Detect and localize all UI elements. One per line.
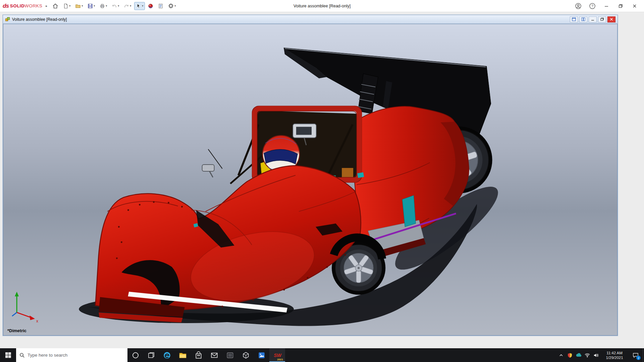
tile-window-icon: [581, 17, 585, 21]
store-icon: [195, 351, 203, 359]
show-desktop-button[interactable]: [643, 348, 644, 362]
solidworks-year-badge: 2021: [277, 358, 283, 361]
dropdown-caret-icon[interactable]: ▾: [94, 5, 95, 7]
photos-icon: [258, 351, 266, 359]
minimize-icon: [604, 4, 609, 8]
taskbar-app-mail[interactable]: [206, 348, 222, 362]
taskbar-app-solidworks[interactable]: SW 2021: [269, 348, 285, 362]
hidden-icons-chevron[interactable]: [557, 348, 566, 362]
taskbar: Type here to search SW 20: [0, 348, 644, 362]
app-titlebar: ds SOLIDWORKS ▸ ▾ ▾ ▾ ▾: [0, 0, 644, 12]
cortana-icon: [132, 352, 139, 359]
save-button[interactable]: ▾: [86, 2, 97, 10]
taskbar-app-file-explorer[interactable]: [175, 348, 191, 362]
ds-logo-icon: ds: [3, 3, 9, 9]
undo-button[interactable]: ▾: [110, 2, 121, 10]
file-explorer-icon: [179, 351, 187, 359]
onedrive-tray-icon[interactable]: [574, 348, 583, 362]
dropdown-caret-icon[interactable]: ▾: [130, 5, 131, 7]
close-icon: [632, 4, 637, 8]
open-button[interactable]: ▾: [73, 2, 85, 10]
taskbar-search[interactable]: Type here to search: [16, 348, 127, 362]
security-tray-icon[interactable]: [566, 348, 574, 362]
document-titlebar[interactable]: Voiture assomblee [Read-only]: [3, 15, 618, 24]
minimize-button[interactable]: [600, 0, 613, 12]
doc-restore-button[interactable]: [598, 16, 606, 22]
wifi-icon: [585, 353, 590, 358]
svg-text:SW: SW: [274, 353, 282, 358]
doc-tile-window-button[interactable]: [579, 16, 587, 22]
appearances-button[interactable]: [146, 2, 155, 10]
dropdown-caret-icon[interactable]: ▾: [118, 5, 119, 7]
model-scene[interactable]: x: [3, 24, 617, 335]
taskbar-app-edge[interactable]: [159, 348, 175, 362]
taskbar-app-photos[interactable]: [254, 348, 269, 362]
document-properties-icon: [158, 3, 163, 9]
new-document-icon: [63, 3, 68, 9]
document-window: Voiture assomblee [Read-only]: [3, 15, 618, 336]
home-button[interactable]: [51, 2, 60, 10]
app-window-title: Voiture assomblee [Read-only]: [293, 4, 351, 8]
help-button[interactable]: ?: [586, 0, 599, 12]
thumbnail-icon: [226, 351, 234, 359]
dropdown-caret-icon[interactable]: ▾: [142, 5, 143, 7]
home-icon: [52, 3, 58, 9]
doc-restore-icon: [600, 17, 604, 21]
restore-button[interactable]: [614, 0, 627, 12]
3d-viewer-icon: [242, 351, 250, 359]
cortana-button[interactable]: [127, 348, 143, 362]
undo-icon: [112, 3, 117, 9]
redo-button[interactable]: ▾: [122, 2, 133, 10]
open-folder-icon: [75, 3, 81, 9]
doc-new-window-button[interactable]: [570, 16, 578, 22]
doc-minimize-icon: [591, 17, 595, 21]
svg-text:x: x: [36, 319, 38, 323]
doc-close-button[interactable]: [607, 16, 615, 22]
taskbar-clock[interactable]: 11:42 AM 1/29/2021: [600, 351, 629, 360]
taskbar-app-thumbnail[interactable]: [222, 348, 238, 362]
print-icon: [100, 3, 105, 9]
close-button[interactable]: [628, 0, 641, 12]
cloud-icon: [576, 353, 582, 358]
account-icon: [575, 3, 582, 9]
brand-name: SOLIDWORKS: [10, 3, 42, 8]
print-button[interactable]: ▾: [98, 2, 109, 10]
notification-badge: 2: [636, 356, 641, 360]
taskbar-app-store[interactable]: [191, 348, 206, 362]
task-view-icon: [148, 352, 155, 359]
windows-logo-icon: [5, 352, 11, 358]
select-tool-button[interactable]: ▾: [134, 2, 145, 10]
dropdown-caret-icon[interactable]: ▾: [82, 5, 83, 7]
dropdown-caret-icon[interactable]: ▾: [106, 5, 107, 7]
clock-date: 1/29/2021: [602, 355, 627, 360]
svg-text:?: ?: [591, 4, 593, 8]
new-document-button[interactable]: ▾: [61, 2, 72, 10]
help-icon: ?: [589, 3, 596, 9]
options-button[interactable]: ▾: [166, 2, 177, 10]
volume-tray-icon[interactable]: [592, 348, 600, 362]
menu-expand-arrow-icon[interactable]: ▸: [46, 4, 47, 8]
gear-icon: [168, 3, 174, 9]
save-icon: [88, 3, 93, 9]
document-window-controls: [570, 16, 615, 22]
doc-minimize-button[interactable]: [589, 16, 597, 22]
desktop-screen: ds SOLIDWORKS ▸ ▾ ▾ ▾ ▾: [0, 0, 644, 362]
new-window-icon: [572, 17, 576, 21]
graphics-viewport[interactable]: x *Dimetric: [3, 24, 618, 336]
assembly-document-icon: [5, 17, 10, 22]
network-tray-icon[interactable]: [583, 348, 592, 362]
view-orientation-label: *Dimetric: [7, 328, 26, 333]
taskbar-app-3d-viewer[interactable]: [238, 348, 254, 362]
solidworks-logo: ds SOLIDWORKS ▸: [3, 3, 47, 9]
window-controls: ?: [572, 0, 641, 12]
shield-icon: [567, 353, 573, 358]
dropdown-caret-icon[interactable]: ▾: [174, 5, 176, 7]
account-button[interactable]: [572, 0, 585, 12]
start-button[interactable]: [0, 348, 16, 362]
doc-close-icon: [609, 17, 613, 21]
document-properties-button[interactable]: [156, 2, 165, 10]
task-view-button[interactable]: [143, 348, 159, 362]
restore-icon: [618, 4, 623, 8]
action-center-button[interactable]: 2: [629, 348, 643, 362]
dropdown-caret-icon[interactable]: ▾: [69, 5, 70, 7]
